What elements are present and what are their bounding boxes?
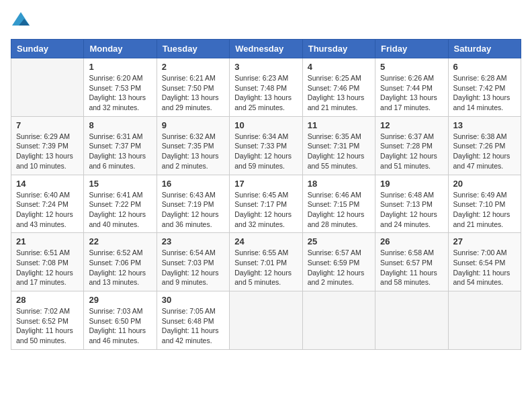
calendar-cell: 5Sunrise: 6:26 AM Sunset: 7:44 PM Daylig… xyxy=(375,58,448,117)
day-number: 12 xyxy=(380,120,443,130)
calendar-cell xyxy=(375,291,448,350)
day-number: 25 xyxy=(308,236,370,246)
calendar-cell: 22Sunrise: 6:52 AM Sunset: 7:06 PM Dayli… xyxy=(84,233,157,291)
calendar-cell: 14Sunrise: 6:40 AM Sunset: 7:24 PM Dayli… xyxy=(11,175,84,233)
day-number: 8 xyxy=(89,120,151,130)
day-info: Sunrise: 6:37 AM Sunset: 7:28 PM Dayligh… xyxy=(380,132,443,171)
day-info: Sunrise: 7:00 AM Sunset: 6:54 PM Dayligh… xyxy=(453,248,516,287)
day-number: 23 xyxy=(162,236,224,246)
day-info: Sunrise: 6:57 AM Sunset: 6:59 PM Dayligh… xyxy=(308,248,370,287)
day-number: 11 xyxy=(308,120,370,130)
calendar-cell xyxy=(11,58,84,117)
column-header-sunday: Sunday xyxy=(11,40,84,58)
column-header-tuesday: Tuesday xyxy=(157,40,229,58)
day-info: Sunrise: 6:23 AM Sunset: 7:48 PM Dayligh… xyxy=(234,73,297,113)
day-info: Sunrise: 6:58 AM Sunset: 6:57 PM Dayligh… xyxy=(380,248,443,287)
calendar-cell xyxy=(302,291,375,350)
logo-icon xyxy=(11,11,31,31)
calendar-cell: 20Sunrise: 6:49 AM Sunset: 7:10 PM Dayli… xyxy=(448,175,521,233)
calendar-cell: 7Sunrise: 6:29 AM Sunset: 7:39 PM Daylig… xyxy=(11,116,84,175)
day-number: 3 xyxy=(234,62,297,72)
calendar-cell: 4Sunrise: 6:25 AM Sunset: 7:46 PM Daylig… xyxy=(302,58,375,117)
day-number: 13 xyxy=(453,120,516,130)
calendar-cell xyxy=(230,291,302,350)
day-info: Sunrise: 6:21 AM Sunset: 7:50 PM Dayligh… xyxy=(162,73,224,113)
calendar-cell: 15Sunrise: 6:41 AM Sunset: 7:22 PM Dayli… xyxy=(84,175,157,233)
calendar-cell: 2Sunrise: 6:21 AM Sunset: 7:50 PM Daylig… xyxy=(157,58,229,117)
day-info: Sunrise: 6:40 AM Sunset: 7:24 PM Dayligh… xyxy=(16,190,79,230)
day-number: 16 xyxy=(162,179,224,189)
day-info: Sunrise: 7:05 AM Sunset: 6:48 PM Dayligh… xyxy=(162,306,224,346)
calendar-table: SundayMondayTuesdayWednesdayThursdayFrid… xyxy=(11,39,521,350)
day-info: Sunrise: 7:03 AM Sunset: 6:50 PM Dayligh… xyxy=(89,306,151,346)
calendar-cell: 27Sunrise: 7:00 AM Sunset: 6:54 PM Dayli… xyxy=(448,233,521,291)
day-number: 20 xyxy=(453,179,516,189)
day-info: Sunrise: 7:02 AM Sunset: 6:52 PM Dayligh… xyxy=(16,306,79,346)
calendar-cell: 29Sunrise: 7:03 AM Sunset: 6:50 PM Dayli… xyxy=(84,291,157,350)
calendar-week-4: 21Sunrise: 6:51 AM Sunset: 7:08 PM Dayli… xyxy=(11,233,521,291)
day-info: Sunrise: 6:52 AM Sunset: 7:06 PM Dayligh… xyxy=(89,248,151,287)
day-info: Sunrise: 6:51 AM Sunset: 7:08 PM Dayligh… xyxy=(16,248,79,287)
calendar-cell: 9Sunrise: 6:32 AM Sunset: 7:35 PM Daylig… xyxy=(157,116,229,175)
calendar-week-1: 1Sunrise: 6:20 AM Sunset: 7:53 PM Daylig… xyxy=(11,58,521,117)
day-info: Sunrise: 6:38 AM Sunset: 7:26 PM Dayligh… xyxy=(453,132,516,171)
day-info: Sunrise: 6:34 AM Sunset: 7:33 PM Dayligh… xyxy=(234,132,297,171)
day-number: 19 xyxy=(380,179,443,189)
day-info: Sunrise: 6:45 AM Sunset: 7:17 PM Dayligh… xyxy=(234,190,297,230)
calendar-week-5: 28Sunrise: 7:02 AM Sunset: 6:52 PM Dayli… xyxy=(11,291,521,350)
day-number: 14 xyxy=(16,179,79,189)
calendar-cell: 6Sunrise: 6:28 AM Sunset: 7:42 PM Daylig… xyxy=(448,58,521,117)
calendar-week-3: 14Sunrise: 6:40 AM Sunset: 7:24 PM Dayli… xyxy=(11,175,521,233)
day-number: 10 xyxy=(234,120,297,130)
day-info: Sunrise: 6:26 AM Sunset: 7:44 PM Dayligh… xyxy=(380,73,443,113)
calendar-header: SundayMondayTuesdayWednesdayThursdayFrid… xyxy=(11,40,521,58)
calendar-cell: 12Sunrise: 6:37 AM Sunset: 7:28 PM Dayli… xyxy=(375,116,448,175)
calendar-cell: 23Sunrise: 6:54 AM Sunset: 7:03 PM Dayli… xyxy=(157,233,229,291)
calendar-body: 1Sunrise: 6:20 AM Sunset: 7:53 PM Daylig… xyxy=(11,58,521,350)
day-number: 28 xyxy=(16,295,79,305)
day-number: 7 xyxy=(16,120,79,130)
calendar-cell: 13Sunrise: 6:38 AM Sunset: 7:26 PM Dayli… xyxy=(448,116,521,175)
day-info: Sunrise: 6:46 AM Sunset: 7:15 PM Dayligh… xyxy=(308,190,370,230)
day-info: Sunrise: 6:49 AM Sunset: 7:10 PM Dayligh… xyxy=(453,190,516,230)
calendar-cell: 24Sunrise: 6:55 AM Sunset: 7:01 PM Dayli… xyxy=(230,233,302,291)
day-info: Sunrise: 6:29 AM Sunset: 7:39 PM Dayligh… xyxy=(16,132,79,171)
column-header-friday: Friday xyxy=(375,40,448,58)
calendar-cell: 30Sunrise: 7:05 AM Sunset: 6:48 PM Dayli… xyxy=(157,291,229,350)
day-number: 1 xyxy=(89,62,151,72)
day-number: 30 xyxy=(162,295,224,305)
day-info: Sunrise: 6:28 AM Sunset: 7:42 PM Dayligh… xyxy=(453,73,516,113)
calendar-cell: 3Sunrise: 6:23 AM Sunset: 7:48 PM Daylig… xyxy=(230,58,302,117)
column-header-wednesday: Wednesday xyxy=(230,40,302,58)
day-number: 27 xyxy=(453,236,516,246)
day-number: 6 xyxy=(453,62,516,72)
day-info: Sunrise: 6:41 AM Sunset: 7:22 PM Dayligh… xyxy=(89,190,151,230)
calendar-cell: 11Sunrise: 6:35 AM Sunset: 7:31 PM Dayli… xyxy=(302,116,375,175)
calendar-cell: 1Sunrise: 6:20 AM Sunset: 7:53 PM Daylig… xyxy=(84,58,157,117)
day-info: Sunrise: 6:25 AM Sunset: 7:46 PM Dayligh… xyxy=(308,73,370,113)
day-info: Sunrise: 6:32 AM Sunset: 7:35 PM Dayligh… xyxy=(162,132,224,171)
page-header xyxy=(11,11,521,31)
day-info: Sunrise: 6:54 AM Sunset: 7:03 PM Dayligh… xyxy=(162,248,224,287)
column-header-saturday: Saturday xyxy=(448,40,521,58)
day-info: Sunrise: 6:31 AM Sunset: 7:37 PM Dayligh… xyxy=(89,132,151,171)
column-header-monday: Monday xyxy=(84,40,157,58)
day-number: 5 xyxy=(380,62,443,72)
day-info: Sunrise: 6:35 AM Sunset: 7:31 PM Dayligh… xyxy=(308,132,370,171)
calendar-cell: 8Sunrise: 6:31 AM Sunset: 7:37 PM Daylig… xyxy=(84,116,157,175)
day-number: 22 xyxy=(89,236,151,246)
day-number: 18 xyxy=(308,179,370,189)
day-info: Sunrise: 6:20 AM Sunset: 7:53 PM Dayligh… xyxy=(89,73,151,113)
header-row: SundayMondayTuesdayWednesdayThursdayFrid… xyxy=(11,40,521,58)
calendar-cell xyxy=(448,291,521,350)
day-number: 21 xyxy=(16,236,79,246)
calendar-cell: 28Sunrise: 7:02 AM Sunset: 6:52 PM Dayli… xyxy=(11,291,84,350)
calendar-cell: 21Sunrise: 6:51 AM Sunset: 7:08 PM Dayli… xyxy=(11,233,84,291)
day-number: 2 xyxy=(162,62,224,72)
column-header-thursday: Thursday xyxy=(302,40,375,58)
calendar-cell: 19Sunrise: 6:48 AM Sunset: 7:13 PM Dayli… xyxy=(375,175,448,233)
calendar-cell: 18Sunrise: 6:46 AM Sunset: 7:15 PM Dayli… xyxy=(302,175,375,233)
calendar-cell: 25Sunrise: 6:57 AM Sunset: 6:59 PM Dayli… xyxy=(302,233,375,291)
day-number: 29 xyxy=(89,295,151,305)
day-number: 26 xyxy=(380,236,443,246)
